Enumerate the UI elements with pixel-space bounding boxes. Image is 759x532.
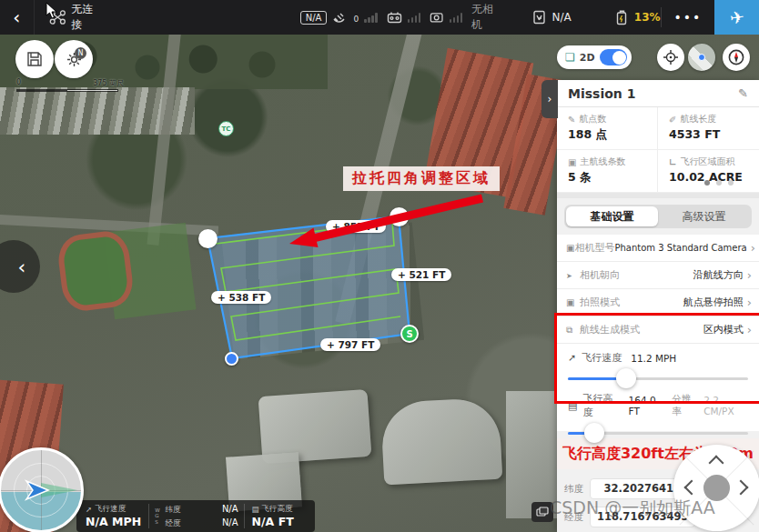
map-scale-bar: 0 375 英尺 (16, 80, 124, 93)
mainlines-icon (568, 157, 576, 167)
altitude-slider[interactable] (568, 423, 748, 443)
map-white-building (258, 389, 372, 464)
scale-bar-line (16, 89, 118, 92)
stat-value: 188 点 (568, 127, 648, 143)
takeoff-button[interactable]: ✈ (714, 0, 759, 35)
battery-percent: 13% (634, 11, 661, 24)
route-mode-icon (566, 325, 580, 336)
polygon-corner-handle[interactable] (390, 207, 409, 226)
speed-label: 飞行速度 (582, 351, 622, 365)
telemetry-alt-label: 飞行高度 (262, 504, 293, 515)
stat-value: 5 条 (568, 170, 648, 186)
mouse-cursor (46, 2, 58, 20)
start-point-marker[interactable]: S (400, 325, 419, 343)
edge-length-label: + 797 FT (320, 338, 380, 351)
telemetry-latlng: 纬度N/A 经度N/A (160, 500, 244, 532)
more-options-button[interactable]: ••• (661, 10, 714, 25)
tab-advanced-settings[interactable]: 高级设置 (658, 206, 750, 226)
tab-basic-settings[interactable]: 基础设置 (566, 206, 658, 226)
map-white-building (380, 397, 503, 486)
resolution-value: 2.2 CM/PX (703, 395, 748, 417)
checklist-icon (532, 10, 547, 25)
edge-length-label: + 853 FT (326, 220, 386, 233)
locate-me-button[interactable] (657, 44, 684, 71)
settings-gear-button[interactable] (55, 40, 93, 78)
stats-pagination-dots[interactable] (704, 180, 734, 186)
latitude-label: 纬度 (564, 483, 590, 496)
scale-label: 375 英尺 (93, 78, 124, 88)
tc-map-marker[interactable]: TC (218, 121, 234, 136)
aircraft-heading-icon (21, 478, 52, 502)
save-mission-button[interactable] (15, 40, 54, 78)
speed-icon (568, 352, 576, 364)
stat-waypoints: 航点数 188 点 (557, 107, 658, 150)
checklist-value: N/A (552, 11, 572, 24)
stat-main-lines: 主航线条数 5 条 (557, 150, 658, 193)
telemetry-speed-value: N/A MPH (86, 515, 141, 528)
signal-bars-icon (364, 13, 378, 23)
chevron-right-icon: › (747, 268, 752, 282)
telemetry-lng-label: 经度 (166, 517, 181, 528)
telemetry-alt-value: N/A FT (252, 515, 294, 528)
speed-value: 11.2 MPH (631, 353, 676, 364)
altitude-label: 飞行高度 (582, 392, 619, 419)
remote-controller-icon (387, 11, 402, 24)
wgs-label: WGS (149, 500, 159, 532)
polygon-corner-handle[interactable] (198, 229, 218, 248)
signal-bars-icon (408, 13, 421, 23)
mission-title: Mission 1 (568, 86, 635, 101)
camera-heading-icon (566, 270, 580, 280)
speed-slider-knob[interactable] (616, 368, 636, 388)
airplane-icon: ✈ (728, 6, 745, 28)
speed-icon (86, 505, 92, 514)
chevron-right-icon: › (751, 241, 755, 255)
altitude-icon (568, 400, 577, 412)
battery-icon (615, 10, 629, 25)
altitude-icon (252, 505, 259, 514)
compass-button[interactable] (723, 44, 750, 71)
chevron-right-icon: › (747, 296, 752, 309)
map-2d-toggle[interactable] (600, 49, 627, 65)
nudge-up-button[interactable] (709, 456, 724, 471)
stat-route-length: 航线长度 4533 FT (658, 107, 759, 150)
setting-row-camera-model[interactable]: 相机型号 Phantom 3 Standard Camera › (557, 235, 759, 262)
altitude-value: 164.0 FT (629, 395, 667, 417)
setting-row-route-mode[interactable]: 航线生成模式 区内模式 › (557, 316, 759, 344)
setting-row-camera-heading[interactable]: 相机朝向 沿航线方向 › (557, 262, 759, 289)
nudge-right-button[interactable] (734, 480, 749, 496)
map-sports-field (56, 229, 136, 314)
stat-value: 4533 FT (669, 127, 750, 141)
setting-row-photo-mode[interactable]: 拍照模式 航点悬停拍照 › (557, 289, 759, 316)
flight-sliders-section: 飞行速度 11.2 MPH 飞行高度 164.0 FT 分辨率 2.2 CM/P… (557, 344, 759, 431)
map-2d-label: 2D (580, 52, 595, 64)
nudge-left-button[interactable] (684, 480, 700, 496)
edit-mission-icon[interactable]: ✎ (738, 86, 748, 100)
route-length-icon (669, 115, 676, 125)
camera-signal-icon (430, 11, 443, 24)
telemetry-lat-label: 纬度 (166, 504, 181, 515)
settings-tabs: 基础设置 高级设置 (564, 205, 752, 228)
area-icon (669, 157, 676, 167)
camera-status: 无相机 (471, 2, 501, 33)
connection-status: 无连接 (71, 2, 102, 33)
telemetry-status-bar: 飞行速度 N/A MPH WGS 纬度N/A 经度N/A 飞行高度 N/A FT (76, 500, 315, 532)
polygon-corner-handle-selected[interactable] (225, 352, 238, 366)
panel-collapse-tab[interactable]: › (541, 80, 558, 118)
edge-length-label: + 521 FT (391, 268, 451, 281)
top-status-bar: ‹ 无连接 N/A 0 (0, 0, 759, 35)
mission-stats: 航点数 188 点 航线长度 4533 FT 主航线条数 5 条 飞行区域面积 … (557, 107, 759, 198)
back-button[interactable]: ‹ (0, 0, 35, 35)
attitude-indicator (0, 447, 84, 532)
scale-zero: 0 (16, 78, 21, 86)
altitude-slider-knob[interactable] (584, 423, 604, 443)
mission-header: Mission 1 ✎ (557, 80, 759, 107)
watermark-text: CSDN @一别如斯AA (550, 497, 759, 520)
waypoints-icon (568, 115, 575, 125)
satellite-icon (332, 11, 348, 25)
speed-slider[interactable] (568, 368, 748, 388)
layers-icon: ❏ (565, 52, 575, 63)
telemetry-lat-value: N/A (222, 503, 238, 517)
minimap-button[interactable] (688, 44, 715, 71)
resolution-label: 分辨率 (672, 393, 698, 418)
telemetry-lng-value: N/A (222, 517, 238, 530)
